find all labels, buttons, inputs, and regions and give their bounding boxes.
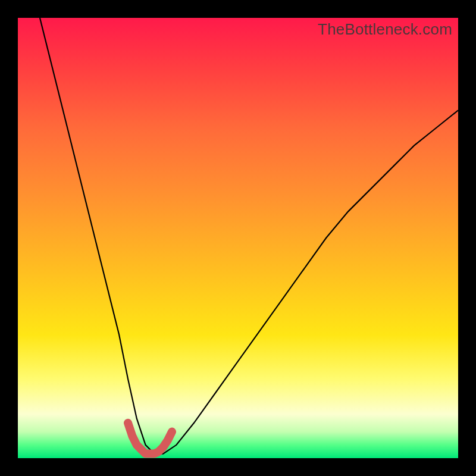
chart-area: TheBottleneck.com <box>18 18 458 458</box>
bottleneck-curve-path <box>40 18 458 454</box>
bottleneck-curve-svg <box>18 18 458 458</box>
curve-group <box>40 18 458 454</box>
watermark-text: TheBottleneck.com <box>318 20 452 39</box>
